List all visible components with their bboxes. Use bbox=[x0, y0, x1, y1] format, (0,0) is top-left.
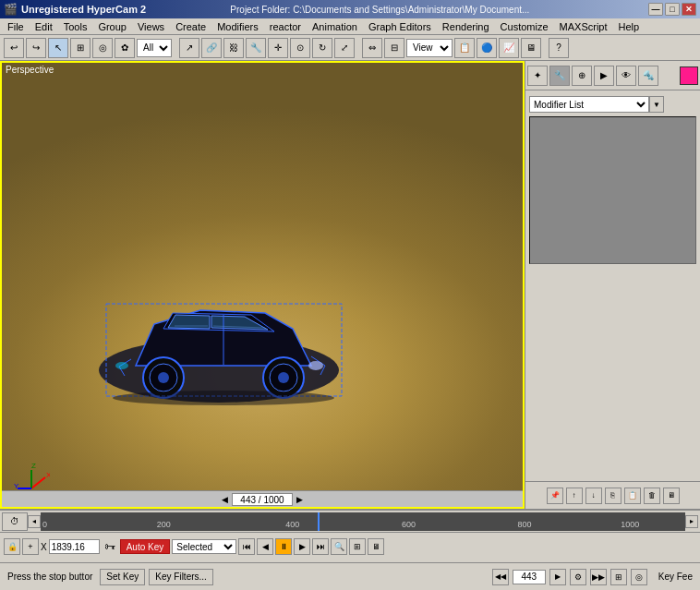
options-button[interactable]: ⊞ bbox=[349, 538, 366, 555]
viewport-nav-2[interactable]: ◎ bbox=[631, 569, 647, 585]
viewport-container[interactable]: Perspective bbox=[0, 61, 525, 509]
rp-up-btn[interactable]: ↑ bbox=[566, 488, 583, 504]
app-icon: 🎬 bbox=[4, 3, 18, 16]
viewport-nav-1[interactable]: ⊞ bbox=[610, 569, 627, 585]
render-button[interactable]: 🖥 bbox=[521, 38, 541, 58]
go-to-start-button[interactable]: ⏮ bbox=[238, 538, 255, 555]
filter-dropdown[interactable]: All bbox=[137, 39, 172, 57]
prev-frame-button[interactable]: ◀ bbox=[257, 538, 273, 555]
menu-group[interactable]: Group bbox=[92, 20, 132, 33]
svg-point-13 bbox=[113, 391, 334, 405]
close-button[interactable]: ✕ bbox=[682, 3, 696, 16]
move-button[interactable]: ✛ bbox=[268, 38, 288, 58]
maximize-button[interactable]: □ bbox=[665, 3, 680, 16]
snap-button[interactable]: ⊙ bbox=[290, 38, 310, 58]
rp-paste-btn[interactable]: 📋 bbox=[624, 488, 641, 504]
redo-button[interactable]: ↪ bbox=[26, 38, 46, 58]
frame-counter-display: 443 / 1000 bbox=[232, 493, 292, 506]
rp-copy-btn[interactable]: ⎘ bbox=[605, 488, 622, 504]
rp-hierarchy-btn[interactable]: ⊕ bbox=[572, 66, 592, 86]
timeline-controls-row: 🔒 + X 🗝 Auto Key Selected ⏮ ◀ ⏸ ▶ ⏭ 🔍 ⊞ bbox=[0, 533, 700, 560]
timeline-ruler[interactable]: 0 200 400 600 800 1000 bbox=[41, 512, 685, 531]
go-to-end-button[interactable]: ⏭ bbox=[312, 538, 329, 555]
menu-rendering[interactable]: Rendering bbox=[437, 20, 495, 33]
viewport-label: Perspective bbox=[6, 65, 54, 75]
project-path: Project Folder: C:\Documents and Setting… bbox=[230, 5, 648, 15]
timeline-playhead[interactable] bbox=[318, 512, 320, 531]
frame-number-input[interactable] bbox=[513, 570, 546, 584]
menu-tools[interactable]: Tools bbox=[58, 20, 93, 33]
select2-button[interactable]: ⊞ bbox=[70, 38, 91, 58]
svg-point-3 bbox=[158, 372, 169, 383]
rp-delete-btn[interactable]: 🗑 bbox=[644, 488, 660, 504]
x-coord-input[interactable] bbox=[49, 539, 100, 554]
rotate-button[interactable]: ↻ bbox=[312, 38, 332, 58]
time-config-button[interactable]: ⚙ bbox=[570, 569, 586, 585]
auto-key-dropdown[interactable]: Selected bbox=[172, 539, 236, 554]
unlink-button[interactable]: ⛓ bbox=[223, 38, 244, 58]
modifier-list-dropdown[interactable]: Modifier List bbox=[529, 96, 649, 113]
cursor-button[interactable]: ↗ bbox=[179, 38, 199, 58]
render-view-button[interactable]: 🖥 bbox=[368, 538, 384, 555]
lock-button[interactable]: 🔒 bbox=[4, 538, 20, 555]
x-coord-label: X bbox=[41, 542, 47, 552]
rp-utilities-btn[interactable]: 🔩 bbox=[638, 66, 658, 86]
select-button[interactable]: ↖ bbox=[48, 38, 68, 58]
search-button[interactable]: 🔍 bbox=[331, 538, 347, 555]
bind-button[interactable]: 🔧 bbox=[246, 38, 266, 58]
scroll-right-btn[interactable]: ▶ bbox=[293, 495, 307, 504]
viewport-scrubber[interactable]: ◀ 443 / 1000 ▶ bbox=[2, 490, 523, 507]
align-button[interactable]: ⊟ bbox=[384, 38, 404, 58]
modifier-dropdown-arrow[interactable]: ▼ bbox=[649, 96, 664, 113]
frame-next-small[interactable]: ▶ bbox=[549, 569, 566, 585]
auto-key-button[interactable]: Auto Key bbox=[120, 539, 171, 554]
svg-text:Z: Z bbox=[31, 462, 36, 470]
rp-render-active-btn[interactable]: 🖥 bbox=[663, 488, 680, 504]
rp-pin-btn[interactable]: 📌 bbox=[547, 488, 563, 504]
menu-customize[interactable]: Customize bbox=[495, 20, 554, 33]
menu-animation[interactable]: Animation bbox=[307, 20, 363, 33]
menu-modifiers[interactable]: Modifiers bbox=[211, 20, 264, 33]
layer-button[interactable]: 📋 bbox=[454, 38, 475, 58]
menu-file[interactable]: File bbox=[2, 20, 30, 33]
rp-modify-btn[interactable]: 🔧 bbox=[549, 66, 570, 86]
add-key-button[interactable]: + bbox=[22, 538, 39, 555]
paint-button[interactable]: ✿ bbox=[115, 38, 135, 58]
curve-button[interactable]: 📈 bbox=[499, 38, 519, 58]
set-key-button[interactable]: Set Key bbox=[100, 569, 145, 585]
menu-reactor[interactable]: reactor bbox=[264, 20, 307, 33]
mirror-button[interactable]: ⇔ bbox=[362, 38, 382, 58]
frame-prev-small[interactable]: ◀◀ bbox=[492, 569, 509, 585]
scale-button[interactable]: ⤢ bbox=[334, 38, 355, 58]
minimize-button[interactable]: — bbox=[648, 3, 663, 16]
play-pause-button[interactable]: ⏸ bbox=[275, 538, 292, 555]
menu-graph-editors[interactable]: Graph Editors bbox=[363, 20, 437, 33]
title-text: Unregistered HyperCam 2 bbox=[21, 4, 230, 15]
menu-help[interactable]: Help bbox=[613, 20, 646, 33]
rp-create-btn[interactable]: ✦ bbox=[527, 66, 548, 86]
scroll-left-btn[interactable]: ◀ bbox=[218, 495, 232, 504]
next-frame-button[interactable]: ▶ bbox=[294, 538, 310, 555]
app-wrapper: 🎬 Unregistered HyperCam 2 Project Folder… bbox=[0, 0, 700, 590]
menu-edit[interactable]: Edit bbox=[30, 20, 58, 33]
help-button[interactable]: ? bbox=[549, 38, 569, 58]
playback-options[interactable]: ▶▶ bbox=[590, 569, 607, 585]
lasso-button[interactable]: ◎ bbox=[92, 38, 113, 58]
timeline-scroll-left[interactable]: ◂ bbox=[28, 515, 41, 528]
material-button[interactable]: 🔵 bbox=[477, 38, 497, 58]
car-wireframe bbox=[80, 278, 357, 409]
rp-display-btn[interactable]: 👁 bbox=[616, 66, 636, 86]
menu-create[interactable]: Create bbox=[170, 20, 211, 33]
timeline-scroll-right[interactable]: ▸ bbox=[685, 515, 698, 528]
color-swatch[interactable] bbox=[680, 66, 698, 85]
menu-maxscript[interactable]: MAXScript bbox=[554, 20, 613, 33]
link-button[interactable]: 🔗 bbox=[201, 38, 222, 58]
key-filters-button[interactable]: Key Filters... bbox=[149, 569, 213, 585]
modifier-row: Modifier List ▼ bbox=[529, 96, 696, 113]
status-bar: Press the stop buttor Set Key Key Filter… bbox=[0, 562, 700, 590]
undo-button[interactable]: ↩ bbox=[4, 38, 24, 58]
rp-down-btn[interactable]: ↓ bbox=[585, 488, 602, 504]
menu-views[interactable]: Views bbox=[132, 20, 170, 33]
view-dropdown[interactable]: View bbox=[406, 39, 453, 57]
rp-motion-btn[interactable]: ▶ bbox=[594, 66, 614, 86]
